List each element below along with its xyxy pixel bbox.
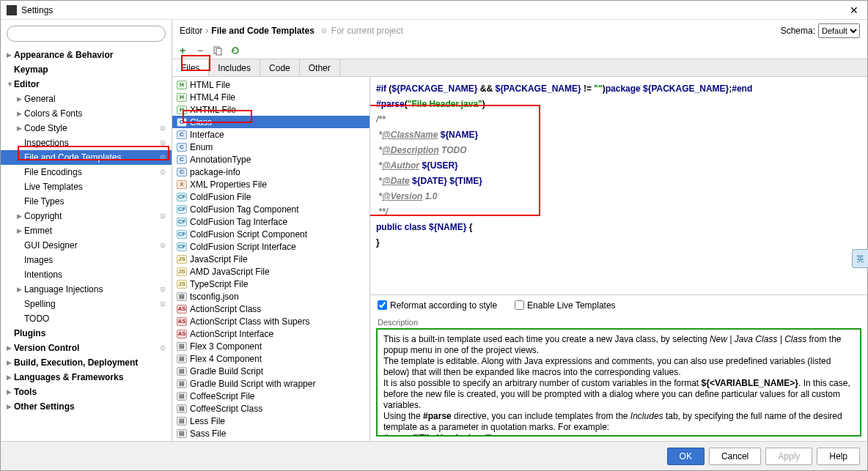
file-item[interactable]: Cpackage-info [172,166,369,178]
file-type-icon: ▤ [177,342,187,351]
file-item[interactable]: ▤Flex 3 Component [172,340,369,352]
file-item[interactable]: CEnum [172,141,369,153]
file-item[interactable]: JSJavaScript File [172,253,369,265]
search-input[interactable] [7,26,166,42]
file-item[interactable]: ▤Flex 4 Component [172,352,369,365]
copy-button[interactable] [212,45,224,56]
sidebar-item-gui-designer[interactable]: GUI Designer⛭ [1,238,172,253]
help-button[interactable]: Help [817,448,860,465]
file-type-icon: JS [177,267,187,276]
sidebar-item-plugins[interactable]: Plugins [1,326,172,341]
file-item[interactable]: CFColdFusion File [172,190,369,203]
titlebar: Settings ✕ [1,1,867,20]
file-item[interactable]: ASActionScript Interface [172,327,369,340]
tab-other[interactable]: Other [300,59,340,76]
description-label: Description [370,315,867,328]
tab-files[interactable]: Files [172,59,209,76]
file-type-icon: C [177,168,187,177]
sidebar-item-file-encodings[interactable]: File Encodings⛭ [1,165,172,179]
sidebar-item-inspections[interactable]: Inspections⛭ [1,136,172,150]
sidebar-item-editor[interactable]: ▼Editor [1,77,172,92]
settings-window: Settings ✕ ▶Appearance & BehaviorKeymap▼… [0,0,868,471]
sidebar-item-todo[interactable]: TODO [1,311,172,326]
apply-button[interactable]: Apply [765,448,812,465]
file-item[interactable]: CFColdFusion Script Interface [172,240,369,253]
window-title: Settings [21,5,847,15]
app-icon [7,5,17,15]
sidebar-item-copyright[interactable]: ▶Copyright⛭ [1,209,172,223]
gear-icon: ⛭ [159,138,167,147]
sidebar-item-colors-fonts[interactable]: ▶Colors & Fonts [1,106,172,121]
breadcrumb-parent[interactable]: Editor [180,26,202,36]
add-button[interactable]: + [177,45,188,56]
live-templates-checkbox[interactable]: Enable Live Templates [515,300,616,311]
sidebar-item-live-templates[interactable]: Live Templates [1,179,172,194]
file-item[interactable]: ▤Sass File [172,427,369,440]
gear-icon: ⛭ [159,285,167,294]
file-item[interactable]: ▤Gradle Build Script with wrapper [172,377,369,390]
file-item[interactable]: CFColdFusion Tag Component [172,203,369,215]
project-icon: ⛭ [320,26,328,35]
file-item[interactable]: ▤Less File [172,415,369,427]
gear-icon: ⛭ [159,241,167,250]
file-item[interactable]: ▤tsconfig.json [172,290,369,303]
sidebar-item-keymap[interactable]: Keymap [1,62,172,77]
file-item[interactable]: ▤CoffeeScript File [172,390,369,402]
sidebar-item-tools[interactable]: ▶Tools [1,385,172,399]
file-item[interactable]: JSAMD JavaScript File [172,265,369,278]
sidebar-item-spelling[interactable]: Spelling⛭ [1,297,172,311]
sidebar-item-languages-frameworks[interactable]: ▶Languages & Frameworks [1,370,172,385]
sidebar-item-general[interactable]: ▶General [1,92,172,106]
tab-includes[interactable]: Includes [209,59,260,76]
sidebar-item-version-control[interactable]: ▶Version Control⛭ [1,341,172,355]
file-item[interactable]: JSTypeScript File [172,278,369,290]
refresh-button[interactable] [229,45,241,56]
sidebar-item-file-and-code-templates[interactable]: File and Code Templates⛭ [1,150,172,165]
breadcrumb: Editor › File and Code Templates ⛭ For c… [172,20,867,42]
sidebar-item-file-types[interactable]: File Types [1,194,172,209]
settings-tree: ▶Appearance & BehaviorKeymap▼Editor▶Gene… [1,48,172,441]
sidebar-item-images[interactable]: Images [1,253,172,267]
file-type-icon: CF [177,193,187,201]
file-item[interactable]: ▤CoffeeScript Class [172,402,369,415]
template-tabs: FilesIncludesCodeOther [172,59,867,77]
file-item[interactable]: XXML Properties File [172,178,369,190]
file-type-icon: H [177,93,187,102]
tab-code[interactable]: Code [260,59,300,76]
sidebar-item-language-injections[interactable]: ▶Language Injections⛭ [1,282,172,297]
cancel-button[interactable]: Cancel [709,448,761,465]
close-icon[interactable]: ✕ [847,4,861,16]
gear-icon: ⛭ [159,124,167,133]
file-item[interactable]: HHTML4 File [172,91,369,103]
ok-button[interactable]: OK [667,448,705,465]
remove-button[interactable]: − [194,45,206,56]
file-type-icon: ▤ [177,379,187,388]
schema-select[interactable]: Default [818,23,860,38]
file-item[interactable]: CFColdFusion Tag Interface [172,215,369,228]
file-item[interactable]: HXHTML File [172,103,369,116]
gear-icon: ⛭ [159,300,167,308]
file-item[interactable]: ASActionScript Class with Supers [172,315,369,327]
file-item[interactable]: CInterface [172,128,369,141]
sidebar-item-code-style[interactable]: ▶Code Style⛭ [1,121,172,136]
file-item[interactable]: CClass [172,116,369,128]
sidebar-item-appearance-behavior[interactable]: ▶Appearance & Behavior [1,48,172,62]
file-item[interactable]: CAnnotationType [172,153,369,166]
sidebar-item-build-execution-deployment[interactable]: ▶Build, Execution, Deployment [1,355,172,370]
ime-badge[interactable]: 英 [852,249,868,268]
svg-rect-3 [216,48,221,55]
file-item[interactable]: ▤Gradle Build Script [172,365,369,377]
sidebar-item-emmet[interactable]: ▶Emmet [1,223,172,238]
sidebar-item-intentions[interactable]: Intentions [1,267,172,282]
file-item[interactable]: HHTML File [172,78,369,91]
file-item[interactable]: CFColdFusion Script Component [172,228,369,240]
template-editor[interactable]: #if (${PACKAGE_NAME} && ${PACKAGE_NAME} … [370,77,867,294]
sidebar-item-other-settings[interactable]: ▶Other Settings [1,399,172,414]
file-type-icon: CF [177,242,187,251]
file-type-icon: ▤ [177,404,187,413]
reformat-checkbox[interactable]: Reformat according to style [378,300,497,311]
template-file-list[interactable]: HHTML FileHHTML4 FileHXHTML FileCClassCI… [172,77,370,441]
file-type-icon: ▤ [177,392,187,401]
sidebar: ▶Appearance & BehaviorKeymap▼Editor▶Gene… [1,20,172,441]
file-item[interactable]: ASActionScript Class [172,303,369,315]
